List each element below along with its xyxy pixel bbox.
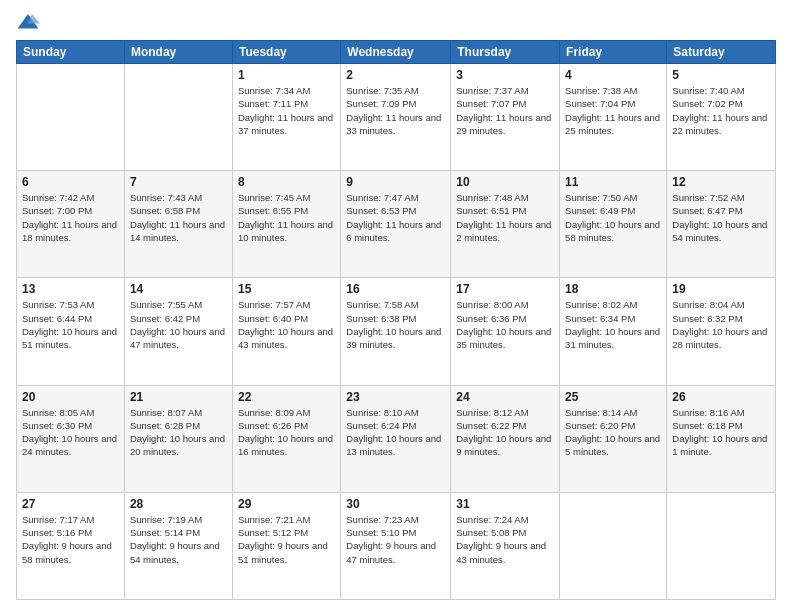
day-number: 13 xyxy=(22,282,119,296)
day-info: Sunrise: 7:48 AM Sunset: 6:51 PM Dayligh… xyxy=(456,191,554,244)
day-number: 30 xyxy=(346,497,445,511)
week-row-2: 6Sunrise: 7:42 AM Sunset: 7:00 PM Daylig… xyxy=(17,171,776,278)
day-info: Sunrise: 7:38 AM Sunset: 7:04 PM Dayligh… xyxy=(565,84,661,137)
day-cell xyxy=(124,64,232,171)
calendar-table: SundayMondayTuesdayWednesdayThursdayFrid… xyxy=(16,40,776,600)
day-info: Sunrise: 7:21 AM Sunset: 5:12 PM Dayligh… xyxy=(238,513,335,566)
day-number: 19 xyxy=(672,282,770,296)
day-cell xyxy=(17,64,125,171)
day-number: 24 xyxy=(456,390,554,404)
day-info: Sunrise: 8:04 AM Sunset: 6:32 PM Dayligh… xyxy=(672,298,770,351)
weekday-header-sunday: Sunday xyxy=(17,41,125,64)
day-number: 7 xyxy=(130,175,227,189)
day-number: 11 xyxy=(565,175,661,189)
day-info: Sunrise: 7:42 AM Sunset: 7:00 PM Dayligh… xyxy=(22,191,119,244)
day-cell: 23Sunrise: 8:10 AM Sunset: 6:24 PM Dayli… xyxy=(341,385,451,492)
day-cell: 6Sunrise: 7:42 AM Sunset: 7:00 PM Daylig… xyxy=(17,171,125,278)
week-row-3: 13Sunrise: 7:53 AM Sunset: 6:44 PM Dayli… xyxy=(17,278,776,385)
weekday-header-monday: Monday xyxy=(124,41,232,64)
day-number: 21 xyxy=(130,390,227,404)
day-info: Sunrise: 7:35 AM Sunset: 7:09 PM Dayligh… xyxy=(346,84,445,137)
day-cell: 4Sunrise: 7:38 AM Sunset: 7:04 PM Daylig… xyxy=(560,64,667,171)
day-cell: 20Sunrise: 8:05 AM Sunset: 6:30 PM Dayli… xyxy=(17,385,125,492)
day-info: Sunrise: 7:50 AM Sunset: 6:49 PM Dayligh… xyxy=(565,191,661,244)
day-cell: 14Sunrise: 7:55 AM Sunset: 6:42 PM Dayli… xyxy=(124,278,232,385)
day-number: 8 xyxy=(238,175,335,189)
day-number: 10 xyxy=(456,175,554,189)
day-number: 4 xyxy=(565,68,661,82)
day-info: Sunrise: 7:45 AM Sunset: 6:55 PM Dayligh… xyxy=(238,191,335,244)
day-info: Sunrise: 7:24 AM Sunset: 5:08 PM Dayligh… xyxy=(456,513,554,566)
day-cell xyxy=(667,492,776,599)
day-cell: 28Sunrise: 7:19 AM Sunset: 5:14 PM Dayli… xyxy=(124,492,232,599)
day-info: Sunrise: 8:10 AM Sunset: 6:24 PM Dayligh… xyxy=(346,406,445,459)
day-info: Sunrise: 8:14 AM Sunset: 6:20 PM Dayligh… xyxy=(565,406,661,459)
day-number: 26 xyxy=(672,390,770,404)
weekday-header-row: SundayMondayTuesdayWednesdayThursdayFrid… xyxy=(17,41,776,64)
day-number: 22 xyxy=(238,390,335,404)
day-info: Sunrise: 7:17 AM Sunset: 5:16 PM Dayligh… xyxy=(22,513,119,566)
day-number: 6 xyxy=(22,175,119,189)
day-info: Sunrise: 7:19 AM Sunset: 5:14 PM Dayligh… xyxy=(130,513,227,566)
day-number: 3 xyxy=(456,68,554,82)
day-cell: 9Sunrise: 7:47 AM Sunset: 6:53 PM Daylig… xyxy=(341,171,451,278)
day-number: 1 xyxy=(238,68,335,82)
day-cell: 3Sunrise: 7:37 AM Sunset: 7:07 PM Daylig… xyxy=(451,64,560,171)
day-info: Sunrise: 7:47 AM Sunset: 6:53 PM Dayligh… xyxy=(346,191,445,244)
day-info: Sunrise: 7:40 AM Sunset: 7:02 PM Dayligh… xyxy=(672,84,770,137)
weekday-header-tuesday: Tuesday xyxy=(232,41,340,64)
day-number: 12 xyxy=(672,175,770,189)
day-cell: 27Sunrise: 7:17 AM Sunset: 5:16 PM Dayli… xyxy=(17,492,125,599)
day-number: 16 xyxy=(346,282,445,296)
day-cell: 16Sunrise: 7:58 AM Sunset: 6:38 PM Dayli… xyxy=(341,278,451,385)
day-info: Sunrise: 8:00 AM Sunset: 6:36 PM Dayligh… xyxy=(456,298,554,351)
day-cell: 17Sunrise: 8:00 AM Sunset: 6:36 PM Dayli… xyxy=(451,278,560,385)
day-number: 31 xyxy=(456,497,554,511)
weekday-header-wednesday: Wednesday xyxy=(341,41,451,64)
week-row-5: 27Sunrise: 7:17 AM Sunset: 5:16 PM Dayli… xyxy=(17,492,776,599)
day-number: 18 xyxy=(565,282,661,296)
day-cell: 13Sunrise: 7:53 AM Sunset: 6:44 PM Dayli… xyxy=(17,278,125,385)
logo xyxy=(16,12,44,32)
day-number: 23 xyxy=(346,390,445,404)
header xyxy=(16,12,776,32)
day-cell: 7Sunrise: 7:43 AM Sunset: 6:58 PM Daylig… xyxy=(124,171,232,278)
day-info: Sunrise: 7:34 AM Sunset: 7:11 PM Dayligh… xyxy=(238,84,335,137)
day-cell: 24Sunrise: 8:12 AM Sunset: 6:22 PM Dayli… xyxy=(451,385,560,492)
day-cell: 15Sunrise: 7:57 AM Sunset: 6:40 PM Dayli… xyxy=(232,278,340,385)
day-number: 20 xyxy=(22,390,119,404)
day-info: Sunrise: 7:55 AM Sunset: 6:42 PM Dayligh… xyxy=(130,298,227,351)
day-info: Sunrise: 8:05 AM Sunset: 6:30 PM Dayligh… xyxy=(22,406,119,459)
weekday-header-friday: Friday xyxy=(560,41,667,64)
day-info: Sunrise: 7:53 AM Sunset: 6:44 PM Dayligh… xyxy=(22,298,119,351)
day-cell: 29Sunrise: 7:21 AM Sunset: 5:12 PM Dayli… xyxy=(232,492,340,599)
day-cell: 26Sunrise: 8:16 AM Sunset: 6:18 PM Dayli… xyxy=(667,385,776,492)
day-info: Sunrise: 8:09 AM Sunset: 6:26 PM Dayligh… xyxy=(238,406,335,459)
logo-icon xyxy=(16,12,40,32)
day-number: 2 xyxy=(346,68,445,82)
day-cell: 11Sunrise: 7:50 AM Sunset: 6:49 PM Dayli… xyxy=(560,171,667,278)
day-cell: 19Sunrise: 8:04 AM Sunset: 6:32 PM Dayli… xyxy=(667,278,776,385)
day-number: 27 xyxy=(22,497,119,511)
day-number: 14 xyxy=(130,282,227,296)
day-cell: 31Sunrise: 7:24 AM Sunset: 5:08 PM Dayli… xyxy=(451,492,560,599)
day-number: 28 xyxy=(130,497,227,511)
day-cell: 10Sunrise: 7:48 AM Sunset: 6:51 PM Dayli… xyxy=(451,171,560,278)
weekday-header-saturday: Saturday xyxy=(667,41,776,64)
day-info: Sunrise: 7:37 AM Sunset: 7:07 PM Dayligh… xyxy=(456,84,554,137)
day-number: 25 xyxy=(565,390,661,404)
day-cell xyxy=(560,492,667,599)
day-number: 29 xyxy=(238,497,335,511)
day-info: Sunrise: 7:58 AM Sunset: 6:38 PM Dayligh… xyxy=(346,298,445,351)
day-info: Sunrise: 8:12 AM Sunset: 6:22 PM Dayligh… xyxy=(456,406,554,459)
day-info: Sunrise: 7:57 AM Sunset: 6:40 PM Dayligh… xyxy=(238,298,335,351)
day-number: 9 xyxy=(346,175,445,189)
day-cell: 2Sunrise: 7:35 AM Sunset: 7:09 PM Daylig… xyxy=(341,64,451,171)
day-cell: 21Sunrise: 8:07 AM Sunset: 6:28 PM Dayli… xyxy=(124,385,232,492)
day-info: Sunrise: 7:43 AM Sunset: 6:58 PM Dayligh… xyxy=(130,191,227,244)
day-cell: 8Sunrise: 7:45 AM Sunset: 6:55 PM Daylig… xyxy=(232,171,340,278)
day-cell: 1Sunrise: 7:34 AM Sunset: 7:11 PM Daylig… xyxy=(232,64,340,171)
week-row-1: 1Sunrise: 7:34 AM Sunset: 7:11 PM Daylig… xyxy=(17,64,776,171)
day-info: Sunrise: 8:07 AM Sunset: 6:28 PM Dayligh… xyxy=(130,406,227,459)
day-cell: 5Sunrise: 7:40 AM Sunset: 7:02 PM Daylig… xyxy=(667,64,776,171)
